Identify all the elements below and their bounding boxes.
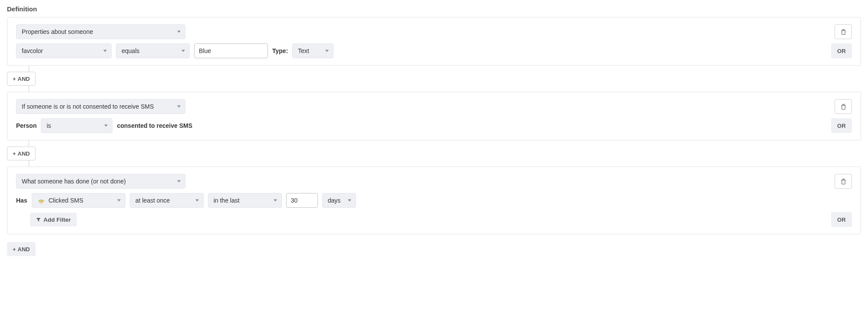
and-label: AND: [18, 150, 30, 157]
chevron-down-icon: [177, 180, 181, 183]
timeframe-select[interactable]: in the last: [208, 193, 282, 208]
chevron-down-icon: [103, 50, 107, 52]
chevron-down-icon: [195, 200, 199, 202]
event-source-icon: [37, 196, 45, 204]
condition-type-label: Properties about someone: [22, 28, 93, 35]
chevron-down-icon: [348, 200, 351, 202]
event-label-wrap: Clicked SMS: [37, 196, 83, 204]
and-label: AND: [18, 76, 30, 82]
trash-icon: [841, 103, 846, 110]
time-value-input[interactable]: [286, 193, 318, 208]
add-filter-label: Add Filter: [43, 216, 71, 223]
and-button[interactable]: + AND: [7, 72, 36, 86]
connector-line: [29, 140, 29, 147]
chevron-down-icon: [177, 106, 181, 108]
event-select[interactable]: Clicked SMS: [32, 193, 125, 208]
filter-icon: [36, 217, 41, 222]
chevron-down-icon: [104, 125, 108, 127]
type-label: Type:: [272, 47, 288, 54]
delete-condition-button[interactable]: [835, 24, 852, 39]
plus-icon: +: [13, 150, 16, 157]
condition-card-2: If someone is or is not consented to rec…: [7, 92, 861, 140]
chevron-down-icon: [177, 31, 181, 33]
consented-label: consented to receive SMS: [117, 122, 192, 129]
and-label: AND: [18, 246, 30, 253]
value-type-select[interactable]: Text: [292, 43, 333, 58]
timeframe-label: in the last: [214, 197, 240, 204]
time-unit-label: days: [328, 197, 341, 204]
frequency-label: at least once: [135, 197, 170, 204]
and-button[interactable]: + AND: [7, 147, 36, 160]
property-select[interactable]: favcolor: [16, 43, 112, 58]
and-button-final[interactable]: + AND: [7, 242, 36, 256]
time-unit-select[interactable]: days: [322, 193, 356, 208]
svg-point-0: [41, 203, 42, 203]
or-button[interactable]: OR: [831, 212, 852, 227]
section-heading: Definition: [7, 5, 861, 13]
frequency-select[interactable]: at least once: [130, 193, 204, 208]
condition-type-select[interactable]: If someone is or is not consented to rec…: [16, 99, 185, 114]
operator-label: equals: [122, 47, 139, 54]
property-label: favcolor: [22, 47, 43, 54]
trash-icon: [841, 178, 846, 185]
chevron-down-icon: [117, 200, 121, 202]
operator-select[interactable]: equals: [116, 43, 190, 58]
event-label: Clicked SMS: [49, 197, 83, 204]
value-input[interactable]: [194, 43, 268, 58]
connector-line: [29, 86, 29, 92]
or-button[interactable]: OR: [831, 118, 852, 133]
condition-card-1: Properties about someone favcolor equals…: [7, 17, 861, 66]
trash-icon: [841, 29, 846, 35]
delete-condition-button[interactable]: [835, 174, 852, 189]
has-label: Has: [16, 197, 27, 204]
chevron-down-icon: [274, 200, 277, 202]
condition-type-label: If someone is or is not consented to rec…: [22, 103, 154, 110]
condition-type-label: What someone has done (or not done): [22, 178, 126, 185]
plus-icon: +: [13, 246, 16, 253]
condition-card-3: What someone has done (or not done) Has …: [7, 166, 861, 234]
person-label: Person: [16, 122, 36, 129]
plus-icon: +: [13, 76, 16, 82]
condition-type-select[interactable]: What someone has done (or not done): [16, 174, 185, 189]
or-button[interactable]: OR: [831, 43, 852, 58]
connector-line: [29, 160, 29, 166]
value-type-label: Text: [298, 47, 309, 54]
delete-condition-button[interactable]: [835, 99, 852, 114]
condition-type-select[interactable]: Properties about someone: [16, 24, 185, 39]
add-filter-button[interactable]: Add Filter: [30, 213, 77, 226]
connector-line: [29, 66, 29, 72]
verb-select[interactable]: is: [41, 118, 112, 133]
chevron-down-icon: [182, 50, 185, 52]
chevron-down-icon: [325, 50, 329, 52]
verb-label: is: [46, 122, 51, 129]
